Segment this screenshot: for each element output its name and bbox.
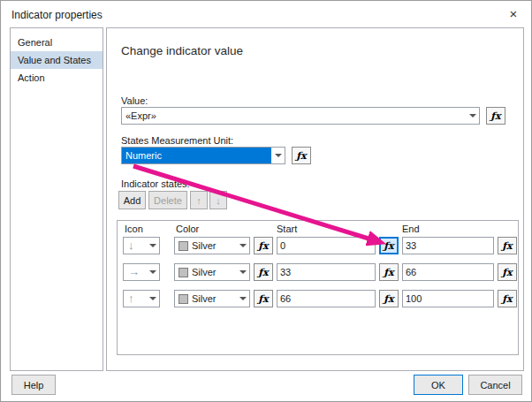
indicator-states-table: Icon Color Start End ↓ Silver ƒx ƒx: [117, 220, 519, 355]
color-swatch: [179, 294, 188, 304]
color-swatch: [179, 268, 188, 277]
color-expression-button[interactable]: ƒx: [254, 290, 273, 307]
move-up-button[interactable]: ↑: [190, 191, 208, 209]
chevron-down-icon: [271, 148, 285, 163]
up-arrow-icon: ↑: [124, 291, 146, 307]
chevron-down-icon: [236, 238, 249, 254]
value-label: Value:: [121, 95, 148, 106]
chevron-down-icon: [466, 108, 479, 124]
icon-dropdown[interactable]: →: [123, 263, 160, 281]
value-dropdown[interactable]: «Expr»: [121, 107, 480, 125]
table-row: ↓ Silver ƒx ƒx ƒx: [118, 237, 518, 254]
sidebar: General Value and States Action: [10, 27, 103, 371]
end-expression-button[interactable]: ƒx: [498, 290, 517, 307]
cancel-button[interactable]: Cancel: [468, 375, 522, 395]
unit-label: States Measurement Unit:: [121, 135, 233, 146]
value-expression-button[interactable]: ƒx: [486, 107, 505, 125]
down-arrow-icon: ↓: [124, 238, 146, 254]
help-button[interactable]: Help: [11, 375, 56, 395]
sidebar-item-action[interactable]: Action: [11, 69, 103, 87]
start-expression-button[interactable]: ƒx: [379, 263, 399, 281]
color-expression-button[interactable]: ƒx: [254, 237, 273, 254]
page-title: Change indicator value: [121, 44, 243, 57]
sidebar-item-value-and-states[interactable]: Value and States: [11, 51, 103, 69]
down-arrow-icon: ↓: [216, 195, 221, 206]
main-panel: Change indicator value Value: «Expr» ƒx …: [106, 27, 524, 371]
color-dropdown-value: Silver: [188, 264, 236, 280]
end-expression-button[interactable]: ƒx: [498, 237, 517, 254]
indicator-properties-dialog: Indicator properties × General Value and…: [0, 0, 532, 402]
sidebar-item-general[interactable]: General: [11, 34, 103, 51]
color-expression-button[interactable]: ƒx: [254, 263, 273, 281]
table-row: → Silver ƒx ƒx ƒx: [118, 263, 518, 281]
move-down-button[interactable]: ↓: [209, 191, 227, 209]
add-button[interactable]: Add: [118, 191, 146, 209]
icon-dropdown[interactable]: ↓: [123, 237, 160, 254]
start-expression-button[interactable]: ƒx: [379, 237, 399, 254]
start-input[interactable]: [277, 290, 376, 307]
titlebar: Indicator properties ×: [1, 1, 531, 27]
chevron-down-icon: [146, 238, 159, 254]
color-dropdown[interactable]: Silver: [174, 290, 250, 307]
color-dropdown-value: Silver: [188, 291, 236, 307]
end-input[interactable]: [402, 290, 494, 307]
start-input[interactable]: [277, 237, 376, 254]
start-input[interactable]: [277, 263, 376, 281]
color-dropdown[interactable]: Silver: [174, 263, 250, 281]
unit-dropdown-value: Numeric: [122, 148, 271, 163]
chevron-down-icon: [146, 291, 159, 307]
indicator-states-label: Indicator states:: [121, 178, 190, 189]
value-dropdown-value: «Expr»: [122, 108, 466, 124]
chevron-down-icon: [236, 291, 249, 307]
chevron-down-icon: [236, 264, 249, 280]
unit-expression-button[interactable]: ƒx: [292, 147, 311, 164]
end-input[interactable]: [402, 263, 494, 281]
color-swatch: [179, 241, 188, 251]
ok-button[interactable]: OK: [414, 375, 463, 395]
delete-button[interactable]: Delete: [148, 191, 187, 209]
column-header-color: Color: [176, 224, 199, 234]
icon-dropdown[interactable]: ↑: [123, 290, 160, 307]
color-dropdown[interactable]: Silver: [174, 237, 250, 254]
close-icon[interactable]: ×: [503, 4, 524, 24]
start-expression-button[interactable]: ƒx: [379, 290, 399, 307]
column-header-icon: Icon: [125, 224, 143, 234]
unit-dropdown[interactable]: Numeric: [121, 147, 285, 164]
dialog-title: Indicator properties: [11, 9, 103, 21]
column-header-end: End: [402, 224, 420, 234]
column-header-start: Start: [277, 224, 297, 234]
chevron-down-icon: [146, 264, 159, 280]
color-dropdown-value: Silver: [188, 238, 236, 254]
right-arrow-icon: →: [124, 264, 146, 280]
end-expression-button[interactable]: ƒx: [498, 263, 517, 281]
end-input[interactable]: [402, 237, 494, 254]
up-arrow-icon: ↑: [196, 195, 201, 206]
table-row: ↑ Silver ƒx ƒx ƒx: [118, 290, 518, 307]
